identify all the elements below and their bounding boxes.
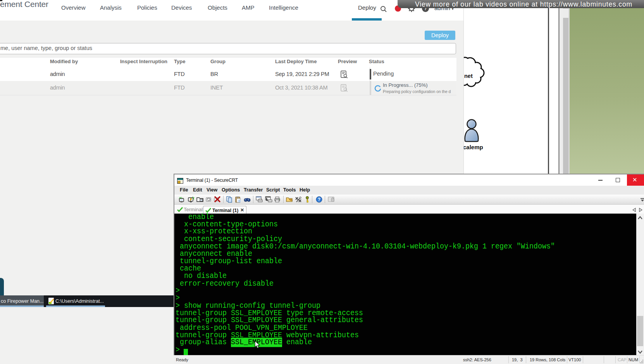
svg-text:?: ? <box>318 197 320 202</box>
